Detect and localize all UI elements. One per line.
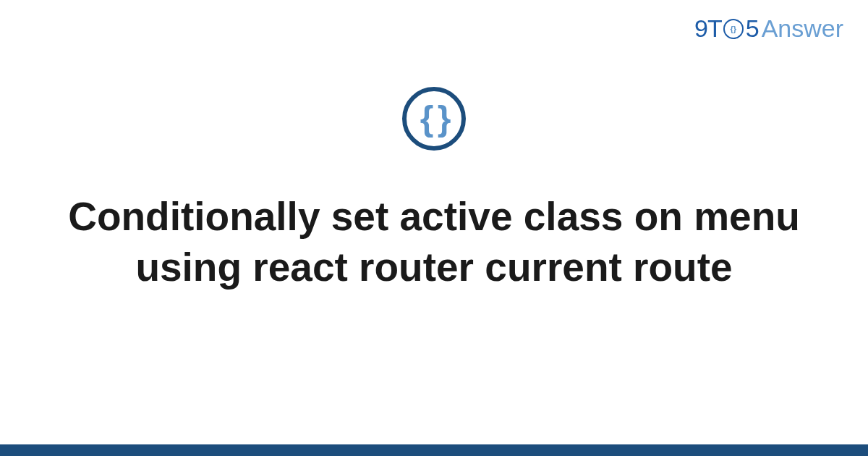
logo-text-5: 5 [746, 14, 760, 43]
code-braces-icon: { } [420, 101, 448, 136]
logo-text-answer: Answer [762, 14, 843, 43]
logo-o-circle: {} [723, 19, 744, 39]
main-content: { } Conditionally set active class on me… [0, 87, 868, 293]
category-icon-circle: { } [402, 87, 466, 151]
bottom-accent-bar [0, 444, 868, 456]
logo-text-9t: 9T [694, 14, 722, 43]
question-title: Conditionally set active class on menu u… [65, 191, 803, 293]
site-logo: 9T {} 5 Answer [694, 14, 843, 43]
logo-o-inner-braces: {} [730, 25, 736, 33]
